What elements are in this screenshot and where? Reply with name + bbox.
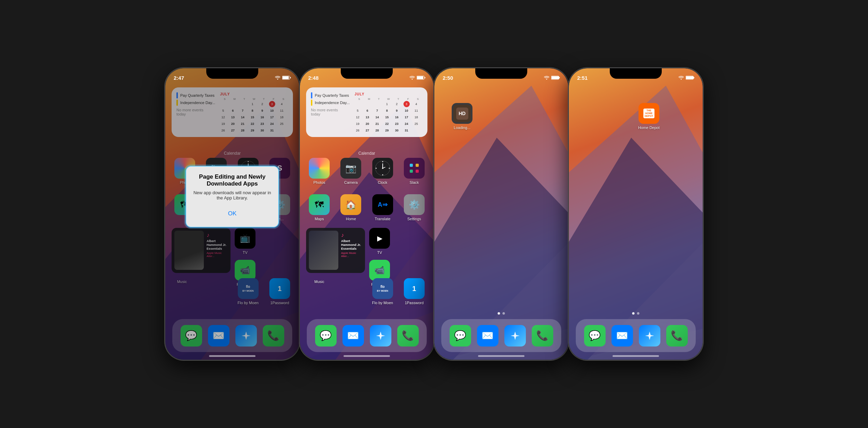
app-slack-2[interactable]: Slack <box>401 158 427 185</box>
status-icons-1 <box>275 76 291 80</box>
app-maps-2[interactable]: 🗺 Maps <box>306 194 332 221</box>
svg-point-33 <box>382 168 383 169</box>
dock-safari-2[interactable] <box>370 325 391 346</box>
dock-mail-2[interactable]: ✉️ <box>342 325 364 346</box>
svg-rect-34 <box>410 164 413 167</box>
svg-point-27 <box>382 161 383 162</box>
dock-safari-4[interactable] <box>639 325 660 346</box>
svg-marker-38 <box>376 332 385 340</box>
app-row-bottom-2: Music floBY MOEN Flo by Moen 1 1Password <box>306 278 427 305</box>
loading-label: Loading... <box>454 126 470 130</box>
phone-1: 2:47 Pay Quarterly Taxes <box>165 68 300 360</box>
app-photos-2[interactable]: Photos <box>306 158 332 185</box>
dock-3: 💬 ✉️ 📞 <box>441 319 561 352</box>
svg-rect-6 <box>290 77 291 78</box>
dialog-1[interactable]: Page Editing and Newly Downloaded Apps N… <box>185 166 279 228</box>
phones-container: 2:47 Pay Quarterly Taxes <box>165 68 703 360</box>
status-icons-2 <box>409 76 425 80</box>
app-tv-2[interactable]: ▶ TV <box>369 228 390 255</box>
svg-marker-54 <box>645 332 654 340</box>
dock-messages-3[interactable]: 💬 <box>450 325 471 346</box>
svg-rect-24 <box>425 77 425 78</box>
phone-4: 2:51 THE HOME DEPOT <box>568 68 703 360</box>
svg-rect-37 <box>416 170 419 173</box>
svg-point-21 <box>412 79 413 80</box>
svg-point-42 <box>546 79 547 80</box>
dialog-ok-button-1[interactable]: OK <box>193 207 271 220</box>
svg-rect-36 <box>416 164 419 167</box>
svg-rect-23 <box>417 76 423 79</box>
music-widget-2[interactable]: ♪ Albert Hammond Jr. Essentials Apple Mu… <box>306 228 365 273</box>
svg-rect-44 <box>552 76 559 79</box>
status-time-1: 2:47 <box>174 75 184 81</box>
dock-messages-4[interactable]: 💬 <box>584 325 606 346</box>
page-dot-3-2 <box>503 312 505 315</box>
dock-mail-3[interactable]: ✉️ <box>477 325 498 346</box>
app-row-p2-2: 🗺 Maps 🏠 Home A⇒ Translate ⚙️ Settings <box>306 194 427 221</box>
dock-messages-2[interactable]: 💬 <box>315 325 337 346</box>
app-1password-2[interactable]: 1 1Password <box>401 278 427 305</box>
app-row-p2-1: Photos 📷 Camera <box>306 158 427 185</box>
svg-point-29 <box>375 168 376 169</box>
home-indicator-4[interactable] <box>613 355 659 357</box>
app-home-2[interactable]: 🏠 Home <box>338 194 364 221</box>
dock-phone-4[interactable]: 📞 <box>666 325 688 346</box>
home-indicator-1[interactable] <box>209 355 255 357</box>
page-dot-4-1 <box>632 312 635 315</box>
status-bar-1: 2:47 <box>165 68 299 84</box>
media-row-2: ♪ Albert Hammond Jr. Essentials Apple Mu… <box>306 228 427 286</box>
svg-rect-52 <box>686 76 694 79</box>
calendar-widget-2[interactable]: Pay Quarterly Taxes Independence Day... … <box>306 87 427 137</box>
dock-safari-3[interactable] <box>504 325 526 346</box>
svg-rect-53 <box>694 77 694 78</box>
page-dots-4 <box>632 312 640 315</box>
widget-events-2: Pay Quarterly Taxes Independence Day... … <box>311 92 350 130</box>
status-bar-3: 2:50 <box>434 68 568 84</box>
status-time-2: 2:48 <box>308 75 319 81</box>
dock-phone-2[interactable]: 📞 <box>397 325 419 346</box>
svg-point-3 <box>277 79 278 80</box>
status-bar-4: 2:51 <box>569 68 703 84</box>
svg-point-28 <box>382 174 383 176</box>
dock-2: 💬 ✉️ 📞 <box>307 319 427 352</box>
dialog-overlay-1: Page Editing and Newly Downloaded Apps N… <box>165 68 299 360</box>
dock-4: 💬 ✉️ 📞 <box>576 319 696 352</box>
status-icons-3 <box>544 76 560 80</box>
svg-rect-35 <box>410 170 413 173</box>
dialog-message-1: New app downloads will now appear in the… <box>193 190 271 200</box>
status-icons-4 <box>678 76 694 80</box>
phone-2: 2:48 Pay Quarterly Taxes <box>299 68 434 360</box>
app-homedepot-icon[interactable]: THE HOME DEPOT Home Depot <box>638 103 660 130</box>
status-time-3: 2:50 <box>443 75 453 81</box>
status-bar-2: 2:48 <box>300 68 434 84</box>
home-indicator-3[interactable] <box>478 355 524 357</box>
calendar-month-2: JULY SMTWTFS 1234 567891011 121314151617… <box>355 92 423 134</box>
svg-rect-5 <box>283 76 289 79</box>
svg-point-50 <box>681 79 682 80</box>
homedepot-label: Home Depot <box>638 126 660 130</box>
page-dot-4-2 <box>637 312 640 315</box>
page-dots-3 <box>498 312 505 315</box>
calendar-label-2: Calendar <box>300 151 434 156</box>
page-dot-3-1 <box>498 312 500 315</box>
svg-point-30 <box>389 168 390 169</box>
app-camera-2[interactable]: 📷 Camera <box>338 158 364 185</box>
phone-3: 2:50 HD Loading... <box>434 68 569 360</box>
app-flo-2[interactable]: floBY MOEN Flo by Moen <box>370 278 396 305</box>
app-loading-icon[interactable]: HD Loading... <box>452 103 472 130</box>
dialog-title-1: Page Editing and Newly Downloaded Apps <box>193 173 271 187</box>
dock-phone-3[interactable]: 📞 <box>532 325 553 346</box>
app-clock-2[interactable]: Clock <box>370 158 396 185</box>
app-translate-2[interactable]: A⇒ Translate <box>370 194 396 221</box>
svg-rect-45 <box>559 77 560 78</box>
app-settings-2[interactable]: ⚙️ Settings <box>401 194 427 221</box>
music-label-2: Music <box>306 278 332 305</box>
status-time-4: 2:51 <box>577 75 588 81</box>
svg-marker-46 <box>511 332 520 340</box>
home-indicator-2[interactable] <box>344 355 390 357</box>
dock-mail-4[interactable]: ✉️ <box>611 325 633 346</box>
